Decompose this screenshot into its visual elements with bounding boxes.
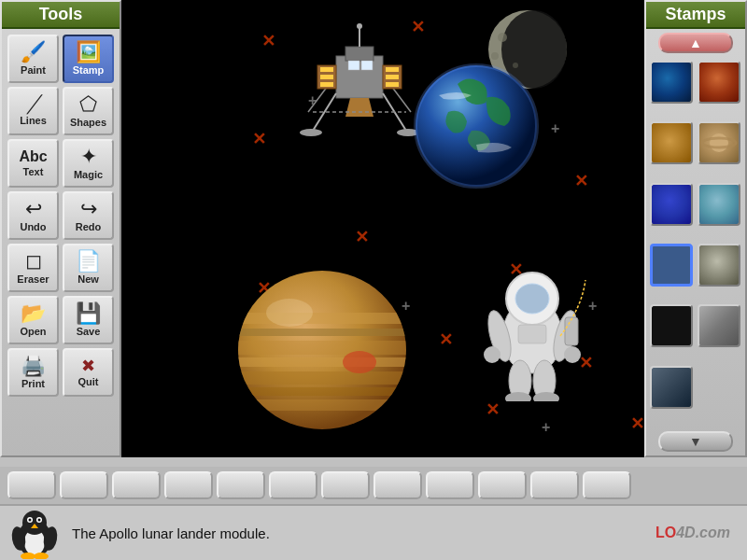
new-icon: 📄 <box>76 251 101 272</box>
stamp-lander-item[interactable] <box>650 244 693 287</box>
magic-icon: ✦ <box>80 147 97 167</box>
svg-rect-34 <box>238 329 406 336</box>
quit-label: Quit <box>78 376 99 387</box>
tab-item-4[interactable] <box>164 471 213 499</box>
undo-icon: ↩ <box>25 199 42 219</box>
tab-item-3[interactable] <box>112 471 161 499</box>
shapes-icon: ⬠ <box>79 94 97 115</box>
magic-label: Magic <box>74 169 103 180</box>
tools-panel: Tools 🖌️ Paint 🖼️ Stamp ╱ Lines ⬠ Shapes… <box>0 0 121 457</box>
save-label: Save <box>77 326 101 337</box>
stamp-earth-item[interactable] <box>650 61 693 104</box>
quit-tool[interactable]: ✖ Quit <box>63 348 114 397</box>
x-mark-white: + <box>551 121 559 136</box>
svg-point-60 <box>29 518 32 521</box>
svg-point-7 <box>357 23 362 29</box>
space-scene: ✕ ✕ ✕ ✕ ✕ ✕ ✕ ✕ ✕ ✕ ✕ ✕ ✕ ✕ + + + + + + <box>121 0 644 457</box>
tab-item-12[interactable] <box>583 471 631 499</box>
tab-item-1[interactable] <box>7 471 56 499</box>
print-tool[interactable]: 🖨️ Print <box>7 348 59 397</box>
stamp-neptune-item[interactable] <box>650 183 693 226</box>
canvas-area[interactable]: ✕ ✕ ✕ ✕ ✕ ✕ ✕ ✕ ✕ ✕ ✕ ✕ ✕ ✕ + + + + + + <box>121 0 644 457</box>
x-mark-white: + <box>542 420 550 435</box>
svg-rect-19 <box>320 82 333 87</box>
stamp-spacecraft-item[interactable] <box>650 366 693 409</box>
paint-tool[interactable]: 🖌️ Paint <box>7 35 59 83</box>
svg-point-0 <box>710 133 728 152</box>
stamp-uranus-item[interactable] <box>698 183 740 226</box>
tab-item-7[interactable] <box>321 471 370 499</box>
tab-item-2[interactable] <box>60 471 108 499</box>
svg-rect-37 <box>238 371 406 385</box>
text-label: Text <box>23 166 44 177</box>
text-tool[interactable]: Abc Text <box>7 139 59 188</box>
svg-point-26 <box>498 33 507 42</box>
status-message: The Apollo lunar lander module. <box>72 525 655 541</box>
open-icon: 📂 <box>21 303 46 324</box>
undo-tool[interactable]: ↩ Undo <box>7 191 59 240</box>
x-mark: ✕ <box>252 131 266 147</box>
stamp-jupiter-item[interactable] <box>650 121 693 164</box>
tab-item-10[interactable] <box>478 471 527 499</box>
svg-point-48 <box>564 346 581 363</box>
svg-rect-35 <box>238 341 406 355</box>
tab-item-5[interactable] <box>217 471 265 499</box>
jupiter-image <box>229 261 416 439</box>
save-icon: 💾 <box>76 303 101 324</box>
stamps-scroll-up-button[interactable]: ▲ <box>658 33 733 53</box>
tab-item-6[interactable] <box>269 471 317 499</box>
stamp-black-item[interactable] <box>650 304 693 347</box>
paint-icon: 🖌️ <box>21 42 46 63</box>
open-label: Open <box>20 326 46 337</box>
x-mark: ✕ <box>486 401 500 418</box>
svg-rect-4 <box>348 61 359 70</box>
new-label: New <box>78 273 99 285</box>
earth-image <box>411 56 542 196</box>
stamps-panel: Stamps ▲ ▼ <box>644 0 747 457</box>
print-label: Print <box>21 378 45 389</box>
svg-rect-53 <box>518 325 546 343</box>
print-icon: 🖨️ <box>21 356 46 376</box>
svg-rect-20 <box>386 67 399 72</box>
lines-icon: ╱ <box>28 96 38 113</box>
tab-item-11[interactable] <box>530 471 579 499</box>
svg-rect-18 <box>320 75 333 79</box>
stamp-saturn-item[interactable] <box>698 121 740 164</box>
eraser-tool[interactable]: ◻ Eraser <box>7 244 59 292</box>
stamps-grid <box>646 57 745 427</box>
stamp-label: Stamp <box>73 64 105 76</box>
svg-rect-38 <box>238 387 406 396</box>
tools-grid: 🖌️ Paint 🖼️ Stamp ╱ Lines ⬠ Shapes Abc T… <box>2 29 120 402</box>
x-mark: ✕ <box>439 331 453 348</box>
svg-rect-22 <box>386 82 399 87</box>
stamp-tool[interactable]: 🖼️ Stamp <box>63 35 114 83</box>
eraser-icon: ◻ <box>25 251 42 272</box>
stamps-scroll-down-button[interactable]: ▼ <box>658 431 733 452</box>
svg-point-41 <box>266 299 313 327</box>
tab-item-8[interactable] <box>374 471 422 499</box>
svg-point-40 <box>343 351 376 373</box>
shapes-label: Shapes <box>70 117 106 128</box>
svg-point-61 <box>38 518 41 521</box>
lines-label: Lines <box>20 115 47 126</box>
open-tool[interactable]: 📂 Open <box>7 296 59 344</box>
shapes-tool[interactable]: ⬠ Shapes <box>63 87 114 135</box>
stamp-astronaut-item[interactable] <box>698 304 740 347</box>
tab-bar <box>0 467 747 504</box>
lines-tool[interactable]: ╱ Lines <box>7 87 59 135</box>
stamp-icon: 🖼️ <box>76 42 101 63</box>
save-tool[interactable]: 💾 Save <box>63 296 114 344</box>
x-mark: ✕ <box>574 173 588 189</box>
stamp-moon-item[interactable] <box>698 244 740 287</box>
svg-rect-17 <box>320 67 333 72</box>
redo-icon: ↪ <box>80 199 97 219</box>
stamp-mars-item[interactable] <box>698 61 740 104</box>
svg-point-12 <box>300 129 322 136</box>
watermark-text: LO4D.com <box>655 525 730 541</box>
tab-item-9[interactable] <box>426 471 474 499</box>
mascot-icon <box>9 508 61 559</box>
new-tool[interactable]: 📄 New <box>63 244 114 292</box>
svg-rect-21 <box>386 75 399 79</box>
magic-tool[interactable]: ✦ Magic <box>63 139 114 188</box>
redo-tool[interactable]: ↪ Redo <box>63 191 114 240</box>
